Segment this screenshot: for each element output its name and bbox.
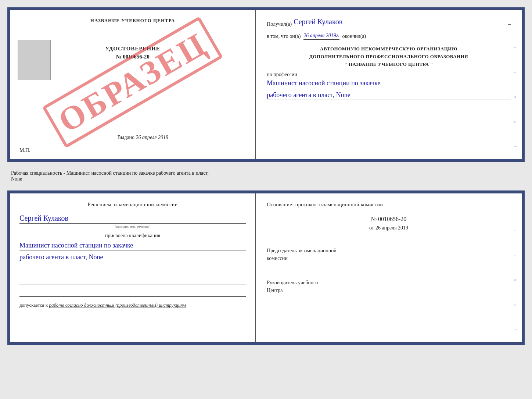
vtom-date: 26 апреля 2019г. <box>303 33 339 40</box>
poluchil-line: Получил(а) Сергей Кулаков – <box>267 18 511 27</box>
vtom-line: в том, что он(а) 26 апреля 2019г. окончи… <box>267 33 511 40</box>
obrazec-stamp: ОБРАЗЕЦ <box>42 16 223 148</box>
vtom-label: в том, что он(а) <box>267 33 301 39</box>
dash4: и <box>514 94 518 100</box>
prisvoena-text: присвоена квалификация <box>19 233 246 239</box>
org-line2: ДОПОЛНИТЕЛЬНОГО ПРОФЕССИОНАЛЬНОГО ОБРАЗО… <box>267 53 511 61</box>
predsedatel-line1: Председатель экзаменационной <box>267 247 511 254</box>
dash6: ← <box>514 144 518 149</box>
poprofessii-label: по профессии <box>267 72 511 78</box>
specialty-label: Рабочая специальность - Машинист насосно… <box>11 170 209 176</box>
cert-bottom-left: Решением экзаменационной комиссии Сергей… <box>10 193 256 342</box>
cert-left-title: НАЗВАНИЕ УЧЕБНОГО ЦЕНТРА <box>19 18 246 24</box>
cert-left: НАЗВАНИЕ УЧЕБНОГО ЦЕНТРА УДОСТОВЕРЕНИЕ №… <box>10 10 256 159</box>
dash-b6: ← <box>514 327 518 332</box>
empty-line4 <box>19 308 246 316</box>
certificate-top: НАЗВАНИЕ УЧЕБНОГО ЦЕНТРА УДОСТОВЕРЕНИЕ №… <box>7 7 525 162</box>
mp-label: М.П. <box>19 147 30 153</box>
specialty-text: Рабочая специальность - Машинист насосно… <box>7 168 525 184</box>
udostoverenie-block: УДОСТОВЕРЕНИЕ № 0010656-20 <box>19 46 246 60</box>
udostoverenie-text: УДОСТОВЕРЕНИЕ <box>105 46 160 52</box>
vydano-block: Выдано 26 апреля 2019 <box>118 135 169 140</box>
org-block: АВТОНОМНУЮ НЕКОММЕРЧЕСКУЮ ОРГАНИЗАЦИЮ ДО… <box>267 45 511 68</box>
dash-separator: – <box>508 21 511 27</box>
dash-b5: а <box>514 302 518 307</box>
predsedatel-block: Председатель экзаменационной комиссии <box>267 247 511 273</box>
org-line3: " НАЗВАНИЕ УЧЕБНОГО ЦЕНТРА " <box>267 61 511 68</box>
decision-text: Решением экзаменационной комиссии <box>19 201 246 209</box>
protokol-date: 26 апреля 2019 <box>375 225 408 232</box>
specialty-label2: None <box>11 176 22 182</box>
photo-placeholder <box>18 40 51 80</box>
rukovoditel-line1: Руководитель учебного <box>267 279 511 286</box>
qual-line1: Машинист насосной станции по закачке <box>19 242 246 250</box>
dash-b2: – <box>514 228 518 233</box>
osnovanie-text: Основание: протокол экзаменационной коми… <box>267 201 511 209</box>
rukovoditel-line2: Центра <box>267 286 511 294</box>
protokol-date-block: от 26 апреля 2019 <box>267 224 511 239</box>
dash5: а <box>514 119 518 124</box>
certificate-bottom: Решением экзаменационной комиссии Сергей… <box>7 190 525 345</box>
predsedatel-sig-line <box>267 264 333 273</box>
right-dashes-top: – – – и а ← <box>514 10 518 159</box>
protokol-number: № 0010656-20 <box>267 216 511 222</box>
poluchil-label: Получил(а) <box>267 21 292 27</box>
dash3: – <box>514 70 518 75</box>
dopuskaetsya-block: допускается к работе согласно должностны… <box>19 302 246 308</box>
empty-line3 <box>19 289 246 297</box>
dash-b3: – <box>514 253 518 258</box>
empty-line1 <box>19 265 246 273</box>
dopuskaetsya-label: допускается к <box>19 302 48 308</box>
dash-b1: – <box>514 203 518 209</box>
right-dashes-bottom: – – – и а ← <box>514 193 518 342</box>
ot-label: от <box>369 225 374 231</box>
qual-line2: рабочего агента в пласт, None <box>19 253 246 262</box>
dash2: – <box>514 44 518 50</box>
profession-line2: рабочего агента в пласт, None <box>267 91 511 100</box>
vydano-label: Выдано <box>118 135 135 140</box>
name-line-bottom: Сергей Кулаков <box>19 214 246 224</box>
dash-b4: и <box>514 277 518 283</box>
page-wrapper: НАЗВАНИЕ УЧЕБНОГО ЦЕНТРА УДОСТОВЕРЕНИЕ №… <box>7 7 525 345</box>
profession-line1: Машинист насосной станции по закачке <box>267 79 511 88</box>
poluchil-name: Сергей Кулаков <box>294 18 506 27</box>
empty-line2 <box>19 277 246 285</box>
dash1: – <box>514 20 518 25</box>
okonchil-label: окончил(а) <box>342 33 366 39</box>
fio-sub-bottom: (фамилия, имя, отчество) <box>19 225 246 228</box>
rukovoditel-block: Руководитель учебного Центра <box>267 279 511 305</box>
cert-bottom-right: Основание: протокол экзаменационной коми… <box>256 193 522 342</box>
cert-number: № 0010656-20 <box>116 54 149 60</box>
dopuskaetsya-italic: работе согласно должностным (производств… <box>49 302 186 308</box>
rukovoditel-sig-line <box>267 296 333 305</box>
predsedatel-line2: комиссии <box>267 254 511 262</box>
org-line1: АВТОНОМНУЮ НЕКОММЕРЧЕСКУЮ ОРГАНИЗАЦИЮ <box>267 45 511 53</box>
cert-right: Получил(а) Сергей Кулаков – в том, что о… <box>256 10 522 159</box>
vydano-date: 26 апреля 2019 <box>136 135 168 140</box>
